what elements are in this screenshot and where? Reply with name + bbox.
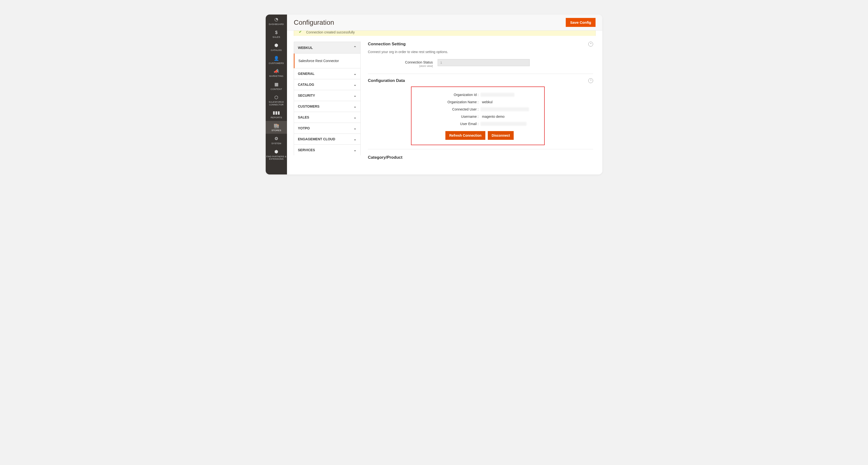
sidebar-item-stores[interactable]: 🏬 STORES	[266, 121, 287, 134]
config-group-label: SERVICES	[298, 148, 315, 152]
chevron-down-icon: ⌄	[353, 148, 356, 152]
config-group-label: GENERAL	[298, 72, 314, 76]
chevron-down-icon: ⌄	[353, 105, 356, 108]
data-row-connected-user: Connected User : xxxxxxxxxxxxxxxxxx	[416, 107, 539, 111]
sidebar-item-reports[interactable]: ▮▮▮ REPORTS	[266, 108, 287, 121]
sidebar-item-find-partners[interactable]: ⬢ FIND PARTNERS & EXTENSIONS	[266, 147, 287, 162]
disconnect-button[interactable]: Disconnect	[488, 131, 514, 140]
config-group-webkul[interactable]: WEBKUL ⌃	[294, 42, 361, 54]
gear-icon: ⚙	[274, 136, 278, 141]
box-icon: ⬢	[274, 43, 278, 48]
data-label: Connected User :	[416, 107, 480, 111]
admin-sidebar: ◔ DASHBOARD $ SALES ⬢ CATALOG 👤 CUSTOMER…	[266, 14, 287, 174]
config-group-label: ENGAGEMENT CLOUD	[298, 137, 335, 141]
sidebar-item-content[interactable]: ▦ CONTENT	[266, 80, 287, 93]
section-category-product[interactable]: Category/Product	[368, 154, 593, 160]
config-group-customers[interactable]: CUSTOMERS ⌄	[294, 101, 361, 112]
section-title: Category/Product	[368, 155, 403, 160]
data-row-user-email: User Email : xxxxxxxxxxxxxxxx	[416, 122, 539, 126]
data-value-redacted: xxxxxxxxxxxxxxxxxx	[480, 107, 529, 111]
config-group-sales[interactable]: SALES ⌄	[294, 112, 361, 123]
megaphone-icon: 📣	[274, 69, 279, 74]
store-icon: 🏬	[274, 123, 279, 128]
sidebar-item-label: CONTENT	[271, 88, 282, 91]
hexagon-icon: ⬡	[274, 95, 278, 100]
chart-icon: ▮▮▮	[273, 110, 280, 115]
boxes-icon: ⬢	[274, 149, 278, 154]
config-group-label: SECURITY	[298, 93, 315, 97]
chevron-down-icon: ⌄	[353, 93, 356, 97]
sidebar-item-marketing[interactable]: 📣 MARKETING	[266, 66, 287, 80]
config-group-label: CATALOG	[298, 83, 314, 87]
field-connection-status: Connection Status [store view]	[368, 59, 593, 67]
chevron-down-icon: ⌄	[353, 72, 356, 76]
config-group-label: WEBKUL	[298, 46, 313, 50]
field-label: Connection Status	[405, 60, 433, 64]
page-header: Configuration Save Config	[287, 14, 602, 31]
sidebar-item-customers[interactable]: 👤 CUSTOMERS	[266, 54, 287, 67]
config-group-yotpo[interactable]: YOTPO ⌄	[294, 123, 361, 134]
collapse-toggle-icon[interactable]: ⌃	[588, 78, 593, 83]
dollar-icon: $	[275, 30, 278, 35]
section-header-configuration-data[interactable]: Configuration Data ⌃	[368, 78, 593, 83]
refresh-connection-button[interactable]: Refresh Connection	[445, 131, 485, 140]
data-label: User Email :	[416, 122, 480, 126]
section-title: Configuration Data	[368, 78, 405, 83]
config-group-label: SALES	[298, 115, 309, 119]
config-group-catalog[interactable]: CATALOG ⌄	[294, 79, 361, 90]
data-value: webkul	[480, 100, 493, 104]
sidebar-item-label: DASHBOARD	[269, 23, 284, 26]
field-scope: [store view]	[368, 64, 433, 67]
config-subitem-label: Salesforce Rest Connector	[299, 59, 339, 63]
sidebar-item-system[interactable]: ⚙ SYSTEM	[266, 134, 287, 147]
config-data-highlight-box: Organization Id : xxxxxxxxxxxxxx Organiz…	[411, 87, 545, 145]
config-subitem-salesforce-rest-connector[interactable]: Salesforce Rest Connector	[294, 54, 361, 68]
main-content: Configuration Save Config Connection cre…	[287, 14, 602, 174]
chevron-down-icon: ⌄	[353, 83, 356, 87]
chevron-down-icon: ⌄	[353, 126, 356, 130]
person-icon: 👤	[274, 56, 279, 61]
config-group-engagement-cloud[interactable]: ENGAGEMENT CLOUD ⌄	[294, 134, 361, 145]
data-value-redacted: xxxxxxxxxxxxxx	[480, 93, 515, 97]
config-group-label: CUSTOMERS	[298, 105, 319, 108]
sidebar-item-label: STORES	[272, 129, 281, 132]
section-header-connection-setting[interactable]: Connection Setting ⌃	[368, 42, 593, 47]
config-group-label: YOTPO	[298, 126, 310, 130]
data-label: Username :	[416, 115, 480, 118]
section-configuration-data: Configuration Data ⌃ Organization Id : x…	[368, 78, 593, 149]
save-config-button[interactable]: Save Config	[566, 18, 595, 27]
layout-icon: ▦	[274, 82, 279, 87]
sidebar-item-label: SALESFORCE CONNECTOR	[266, 101, 286, 106]
config-group-security[interactable]: SECURITY ⌄	[294, 90, 361, 101]
config-group-services[interactable]: SERVICES ⌄	[294, 145, 361, 155]
dashboard-icon: ◔	[274, 17, 278, 22]
app-window: ◔ DASHBOARD $ SALES ⬢ CATALOG 👤 CUSTOMER…	[266, 14, 602, 174]
data-row-organization-id: Organization Id : xxxxxxxxxxxxxx	[416, 93, 539, 97]
alert-area: Connection created successfully	[287, 31, 602, 36]
data-row-username: Username : magento demo	[416, 115, 539, 118]
section-connection-setting: Connection Setting ⌃ Connect your org in…	[368, 42, 593, 74]
alert-message: Connection created successfully	[306, 31, 355, 34]
sidebar-item-sales[interactable]: $ SALES	[266, 28, 287, 41]
sidebar-item-salesforce-connector[interactable]: ⬡ SALESFORCE CONNECTOR	[266, 93, 287, 108]
config-nav: WEBKUL ⌃ Salesforce Rest Connector GENER…	[294, 42, 361, 174]
config-group-general[interactable]: GENERAL ⌄	[294, 68, 361, 79]
success-alert: Connection created successfully	[294, 31, 595, 36]
section-title: Connection Setting	[368, 42, 406, 47]
section-description: Connect your org in order to view rest s…	[368, 50, 593, 54]
sidebar-item-label: SALES	[273, 36, 280, 38]
sidebar-item-dashboard[interactable]: ◔ DASHBOARD	[266, 14, 287, 28]
page-title: Configuration	[294, 19, 334, 26]
sidebar-item-label: CATALOG	[271, 49, 282, 52]
sidebar-item-label: CUSTOMERS	[269, 62, 284, 65]
collapse-toggle-icon[interactable]: ⌃	[588, 42, 593, 47]
chevron-down-icon: ⌄	[353, 137, 356, 141]
sidebar-item-label: REPORTS	[271, 116, 282, 119]
sidebar-item-catalog[interactable]: ⬢ CATALOG	[266, 40, 287, 54]
data-row-organization-name: Organization Name : webkul	[416, 100, 539, 104]
sidebar-item-label: MARKETING	[269, 75, 283, 78]
chevron-up-icon: ⌃	[353, 45, 356, 50]
connection-status-input	[438, 59, 530, 66]
config-data-buttons: Refresh Connection Disconnect	[445, 131, 539, 140]
config-panel: Connection Setting ⌃ Connect your org in…	[368, 42, 595, 174]
